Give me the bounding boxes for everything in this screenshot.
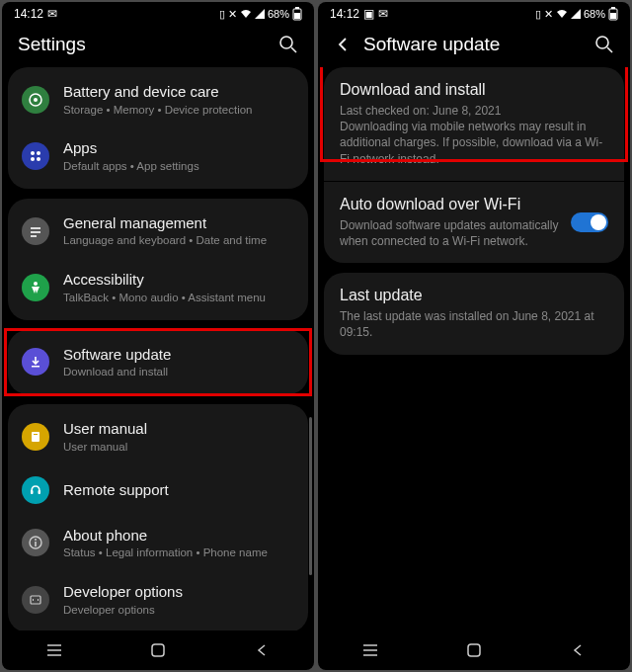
item-title: Download and install bbox=[340, 81, 608, 99]
svg-rect-30 bbox=[610, 13, 616, 19]
mute-icon: ✕ bbox=[544, 8, 553, 21]
svg-rect-13 bbox=[31, 235, 37, 237]
back-icon[interactable] bbox=[334, 36, 352, 53]
svg-point-6 bbox=[34, 98, 38, 102]
software-update-list: Download and install Last checked on: Ju… bbox=[318, 67, 630, 630]
status-bar: 14:12 ✉ ▯ ✕ 68% bbox=[2, 2, 314, 26]
settings-item-remote-support[interactable]: Remote support bbox=[8, 465, 308, 515]
settings-header: Settings bbox=[2, 26, 314, 67]
search-icon[interactable] bbox=[594, 35, 614, 54]
accessibility-icon bbox=[22, 274, 49, 301]
battery-pct: 68% bbox=[584, 8, 605, 20]
svg-rect-11 bbox=[31, 227, 40, 229]
scrollbar[interactable] bbox=[309, 417, 312, 575]
phone-left: 14:12 ✉ ▯ ✕ 68% Settings bbox=[2, 2, 314, 670]
last-update[interactable]: Last update The last update was installe… bbox=[324, 273, 624, 354]
wifi-icon bbox=[556, 9, 568, 19]
nav-recents[interactable] bbox=[341, 643, 400, 657]
signal-icon bbox=[571, 9, 581, 19]
settings-item-user-manual[interactable]: User manual User manual bbox=[8, 408, 308, 464]
svg-rect-16 bbox=[32, 432, 40, 442]
svg-point-10 bbox=[37, 157, 40, 161]
svg-rect-12 bbox=[31, 231, 40, 233]
svg-rect-15 bbox=[32, 366, 40, 368]
settings-item-apps[interactable]: Apps Default apps • App settings bbox=[8, 127, 308, 184]
settings-item-battery[interactable]: Battery and device care Storage • Memory… bbox=[8, 71, 308, 127]
apps-icon bbox=[22, 142, 49, 170]
item-sub: Download software updates automatically … bbox=[340, 217, 561, 249]
page-title: Software update bbox=[363, 34, 500, 55]
nav-home[interactable] bbox=[444, 642, 504, 658]
svg-point-21 bbox=[35, 539, 37, 541]
item-title: Apps bbox=[63, 138, 294, 158]
svg-point-31 bbox=[596, 37, 608, 48]
item-title: Battery and device care bbox=[63, 82, 294, 102]
svg-rect-19 bbox=[39, 490, 41, 494]
svg-rect-1 bbox=[295, 7, 299, 9]
item-title: Software update bbox=[63, 345, 294, 365]
settings-item-software-update[interactable]: Software update Download and install bbox=[8, 334, 308, 390]
item-title: General management bbox=[63, 213, 294, 233]
page-title: Settings bbox=[18, 34, 86, 55]
developer-icon bbox=[22, 586, 49, 614]
auto-download-wifi[interactable]: Auto download over Wi-Fi Download softwa… bbox=[324, 181, 624, 263]
svg-line-4 bbox=[291, 47, 296, 52]
settings-item-accessibility[interactable]: Accessibility TalkBack • Mono audio • As… bbox=[8, 259, 308, 315]
settings-item-general[interactable]: General management Language and keyboard… bbox=[8, 203, 308, 259]
status-time: 14:12 bbox=[330, 7, 359, 21]
phone-right: 14:12 ▣ ✉ ▯ ✕ 68% Software update bbox=[318, 2, 630, 670]
svg-rect-36 bbox=[468, 644, 480, 656]
signal-icon bbox=[255, 9, 265, 19]
svg-point-14 bbox=[34, 282, 38, 286]
mail-icon: ✉ bbox=[47, 7, 57, 21]
nav-home[interactable] bbox=[128, 642, 188, 658]
info-icon bbox=[22, 529, 49, 556]
item-title: User manual bbox=[63, 419, 294, 439]
nav-bar bbox=[318, 630, 630, 670]
item-title: About phone bbox=[63, 526, 294, 546]
svg-point-9 bbox=[31, 157, 35, 161]
battery-icon bbox=[608, 7, 618, 21]
item-title: Accessibility bbox=[63, 270, 294, 290]
item-sub: Language and keyboard • Date and time bbox=[63, 233, 294, 248]
item-sub: The last update was installed on June 8,… bbox=[340, 308, 608, 340]
svg-line-32 bbox=[607, 47, 612, 52]
item-sub: Developer options bbox=[63, 603, 294, 618]
svg-point-8 bbox=[37, 151, 40, 155]
svg-rect-27 bbox=[152, 644, 164, 656]
manual-icon bbox=[22, 423, 49, 451]
battery-icon bbox=[292, 7, 302, 21]
svg-rect-18 bbox=[31, 490, 34, 494]
auto-download-toggle[interactable] bbox=[571, 212, 608, 232]
item-title: Remote support bbox=[63, 480, 294, 500]
mail-icon: ✉ bbox=[378, 7, 388, 21]
svg-rect-2 bbox=[294, 13, 300, 19]
nav-recents[interactable] bbox=[25, 643, 84, 657]
item-title: Auto download over Wi-Fi bbox=[340, 196, 561, 213]
status-time: 14:12 bbox=[14, 7, 43, 21]
wifi-icon bbox=[240, 9, 252, 19]
software-update-header: Software update bbox=[318, 26, 630, 67]
settings-item-developer[interactable]: Developer options Developer options bbox=[8, 571, 308, 628]
download-and-install[interactable]: Download and install Last checked on: Ju… bbox=[324, 67, 624, 181]
card-icon: ▯ bbox=[219, 8, 225, 21]
svg-point-7 bbox=[31, 151, 35, 155]
item-sub: Download and install bbox=[63, 365, 294, 379]
settings-list: Battery and device care Storage • Memory… bbox=[2, 67, 314, 630]
item-sub: Status • Legal information • Phone name bbox=[63, 546, 294, 560]
svg-rect-29 bbox=[611, 7, 615, 9]
settings-item-about-phone[interactable]: About phone Status • Legal information •… bbox=[8, 515, 308, 571]
nav-back[interactable] bbox=[232, 643, 291, 657]
battery-pct: 68% bbox=[268, 8, 289, 20]
nav-back[interactable] bbox=[548, 643, 607, 657]
search-icon[interactable] bbox=[278, 35, 298, 54]
item-sub: TalkBack • Mono audio • Assistant menu bbox=[63, 291, 294, 305]
svg-rect-22 bbox=[35, 542, 37, 546]
item-sub: Default apps • App settings bbox=[63, 159, 294, 174]
gallery-icon: ▣ bbox=[363, 7, 374, 21]
item-title: Developer options bbox=[63, 582, 294, 602]
item-sub: Storage • Memory • Device protection bbox=[63, 103, 294, 118]
nav-bar bbox=[2, 630, 314, 670]
item-sub-line1: Last checked on: June 8, 2021 bbox=[340, 103, 608, 119]
status-bar: 14:12 ▣ ✉ ▯ ✕ 68% bbox=[318, 2, 630, 26]
